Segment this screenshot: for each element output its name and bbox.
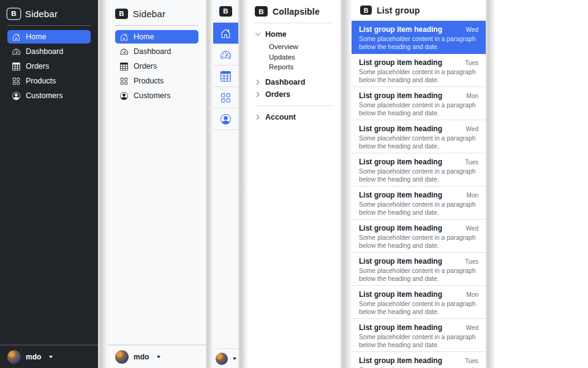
empty-page-area [495,0,588,368]
sidebar-item-products[interactable]: Products [115,74,198,88]
list-group-panel: B List group List group item headingWedS… [352,0,486,368]
list-item-date: Wed [466,26,478,33]
list-item-date: Tues [465,358,478,364]
list-group: List group item headingWedSome placehold… [352,21,486,368]
list-group-item[interactable]: List group item headingWedSome placehold… [352,120,486,153]
icon-sidebar-item-speedometer[interactable] [213,44,238,66]
icon-sidebar-item-person-circle[interactable] [213,109,238,130]
list-item-heading: List group item heading [359,25,442,34]
person-circle-icon [12,92,20,100]
list-group-item[interactable]: List group item headingTuesSome placehol… [352,352,486,368]
brand-link-light[interactable]: B Sidebar [115,6,198,21]
list-item-date: Tues [465,59,478,66]
user-dropdown-light[interactable]: mdo [108,345,206,368]
icon-sidebar-item-table[interactable] [213,66,238,87]
grid-icon [12,77,20,85]
list-item-header-row: List group item headingTues [359,356,478,365]
collapsible-title: Collapsible [273,7,320,17]
sidebar-item-orders[interactable]: Orders [7,59,91,73]
sidebar-item-customers[interactable]: Customers [7,89,91,102]
list-item-date: Tues [465,159,478,166]
list-item-heading: List group item heading [359,224,442,232]
icon-sidebar-item-house[interactable] [213,23,238,44]
person-circle-icon [221,114,231,125]
collapse-child-reports[interactable]: Reports [255,62,333,72]
sidebar-item-dashboard[interactable]: Dashboard [115,45,198,58]
user-dropdown-dark[interactable]: mdo [0,345,98,368]
divider [255,105,333,106]
list-item-heading: List group item heading [359,58,442,67]
sidebar-item-label: Dashboard [26,47,63,56]
list-group-item[interactable]: List group item headingMonSome placehold… [352,286,486,319]
sidebar-item-orders[interactable]: Orders [115,59,198,73]
collapse-toggle-label: Dashboard [265,78,305,86]
caret-down-icon [157,356,160,358]
list-item-header-row: List group item headingWed [359,125,478,133]
chevron-right-icon [255,114,261,120]
brand-link-dark[interactable]: B Sidebar [7,6,91,21]
grid-icon [120,77,128,85]
list-item-header-row: List group item headingWed [359,323,478,332]
sidebar-item-label: Orders [134,62,157,71]
person-circle-icon [120,92,128,100]
list-item-date: Wed [466,225,478,232]
list-group-item[interactable]: List group item headingMonSome placehold… [352,186,486,220]
divider [7,25,91,26]
collapse-toggle-home[interactable]: Home [255,28,333,40]
icon-sidebar-item-grid[interactable] [213,87,238,109]
list-item-header-row: List group item headingTues [359,257,478,266]
sidebar-item-products[interactable]: Products [7,74,91,88]
sidebar-item-home[interactable]: Home [115,30,198,44]
list-group-item[interactable]: List group item headingTuesSome placehol… [352,153,486,186]
chevron-down-icon [255,31,261,37]
list-item-body: Some placeholder content in a paragraphb… [359,35,478,52]
nav-light: HomeDashboardOrdersProductsCustomers [115,30,198,102]
list-item-header-row: List group item headingWed [359,25,478,34]
list-item-header-row: List group item headingTues [359,58,478,67]
list-group-item[interactable]: List group item headingTuesSome placehol… [352,54,486,87]
collapse-toggle-orders[interactable]: Orders [255,88,333,101]
brand-link-listgroup[interactable]: B List group [352,0,486,21]
avatar [216,353,228,365]
list-item-date: Mon [467,291,478,298]
collapse-child-overview[interactable]: Overview [255,42,333,52]
user-dropdown-icons[interactable] [213,348,238,368]
table-icon [120,63,128,71]
list-group-item[interactable]: List group item headingWedSome placehold… [352,21,486,54]
sidebar-icons-only: B [213,0,238,368]
list-item-header-row: List group item headingWed [359,224,478,232]
sidebar-collapsible: B Collapsible HomeOverviewUpdatesReports… [247,0,341,368]
sidebar-item-label: Home [26,33,46,41]
chevron-right-icon [255,91,261,98]
house-icon [120,33,128,41]
sidebar-item-label: Customers [26,91,62,100]
list-group-item[interactable]: List group item headingMonSome placehold… [352,87,486,120]
brand-link-collapsible[interactable]: B Collapsible [255,6,333,23]
brand-link-icons[interactable]: B [213,0,238,23]
sidebar-item-customers[interactable]: Customers [115,89,198,102]
collapse-toggle-account[interactable]: Account [255,111,333,123]
sidebar-item-dashboard[interactable]: Dashboard [7,45,91,58]
collapse-toggle-label: Account [265,113,296,121]
collapse-toggle-dashboard[interactable]: Dashboard [255,76,333,88]
list-item-heading: List group item heading [359,191,442,199]
collapse-toggle-label: Home [265,30,287,39]
list-item-date: Mon [467,192,478,199]
sidebar-light: B Sidebar HomeDashboardOrdersProductsCus… [108,0,206,368]
spacer [115,102,198,345]
house-icon [12,33,20,41]
list-item-body: Some placeholder content in a paragraphb… [359,333,478,350]
list-group-title: List group [377,6,420,15]
sidebar-item-home[interactable]: Home [7,30,91,44]
list-group-item[interactable]: List group item headingWedSome placehold… [352,319,486,352]
list-item-date: Tues [465,258,478,265]
collapse-child-updates[interactable]: Updates [255,52,333,63]
sidebar-title: Sidebar [133,9,165,19]
sidebar-item-label: Customers [134,91,170,100]
vertical-divider [486,0,495,368]
caret-down-icon [49,356,53,358]
list-item-header-row: List group item headingMon [359,290,478,299]
list-group-item[interactable]: List group item headingTuesSome placehol… [352,253,486,286]
list-item-header-row: List group item headingTues [359,158,478,166]
list-group-item[interactable]: List group item headingWedSome placehold… [352,220,486,253]
